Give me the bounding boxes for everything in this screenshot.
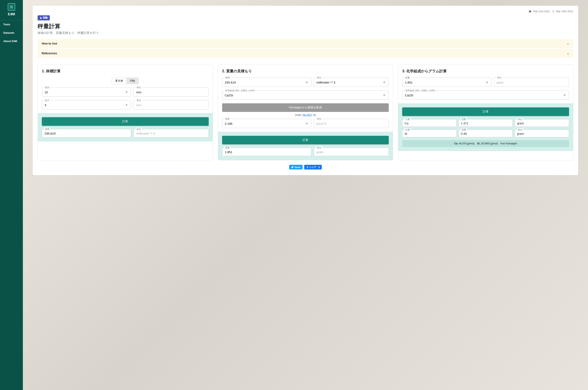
- sidebar-item-about[interactable]: About E4M: [0, 37, 23, 45]
- twitter-icon: [291, 166, 294, 168]
- info-ca-val: 40.078 [g/mol]: [458, 142, 474, 145]
- mpid-link[interactable]: mp-2517: [302, 113, 312, 116]
- composition-field[interactable]: 化学組成 (at%, 元素比, mol%) ×: [222, 91, 389, 100]
- field-label: 単位: [316, 117, 322, 120]
- mass-unit-output[interactable]: [317, 150, 386, 154]
- composition-field[interactable]: 化学組成 (at%, 元素比, mol%) ×: [402, 91, 569, 100]
- panel-title: 2. 質量の見積もり: [222, 69, 389, 74]
- mass-input[interactable]: [405, 81, 485, 84]
- seg-cuboid[interactable]: 直方体: [112, 78, 126, 84]
- panel1-result: 計算 体積 単位: [38, 113, 213, 142]
- flask-icon: [40, 17, 42, 19]
- volume-unit-field[interactable]: 単位 ×: [314, 78, 389, 87]
- sidebar-nav: Tools Datasets About E4M: [0, 20, 23, 45]
- sidebar-logo[interactable]: E4M: [0, 2, 23, 18]
- clear-icon[interactable]: ×: [562, 93, 566, 98]
- height-unit-input[interactable]: [136, 103, 206, 107]
- volume-unit-input[interactable]: [317, 81, 382, 84]
- volume-unit-output[interactable]: [136, 132, 206, 135]
- result-row: 元素 Ca 質量 1.371 単位 gram: [402, 119, 569, 127]
- density-field[interactable]: 密度 ×: [222, 119, 311, 128]
- refresh-icon: [552, 10, 554, 13]
- density-unit-input[interactable]: [317, 122, 386, 125]
- mass-field[interactable]: 質量: [222, 148, 311, 156]
- field-label: 質量: [461, 118, 467, 121]
- calc-button[interactable]: 計算: [402, 107, 569, 116]
- accordion-how-to-use[interactable]: How to Use ⌄: [38, 39, 573, 48]
- mass-unit-field[interactable]: 単位: [314, 148, 389, 156]
- field-label: 化学組成 (at%, 元素比, mol%): [224, 89, 256, 92]
- tweet-button[interactable]: Tweet: [289, 165, 303, 169]
- calc-button[interactable]: 計算: [42, 117, 209, 126]
- share-label: シェア: [310, 166, 316, 169]
- field-label: 単位: [316, 146, 322, 149]
- field-label: 化学組成 (at%, 元素比, mol%): [405, 89, 436, 92]
- volume-output[interactable]: [45, 132, 129, 135]
- clear-icon[interactable]: ×: [305, 80, 309, 85]
- composition-input[interactable]: [225, 94, 382, 97]
- clear-icon[interactable]: ×: [125, 90, 129, 94]
- field-label: 単位: [316, 76, 322, 79]
- element-value: Ca: [405, 121, 454, 125]
- volume-unit-field[interactable]: 単位: [134, 129, 208, 137]
- mass-field[interactable]: 質量 ×: [402, 78, 492, 87]
- accordion-references[interactable]: References ⌄: [38, 49, 573, 58]
- volume-field[interactable]: 体積: [42, 129, 131, 137]
- calc-button[interactable]: 計算: [222, 136, 389, 144]
- clear-icon[interactable]: ×: [382, 93, 386, 98]
- share-count: 0: [318, 166, 320, 168]
- diameter-input[interactable]: [45, 91, 125, 94]
- info-si-label: Si:: [477, 142, 480, 145]
- clear-icon[interactable]: ×: [485, 80, 489, 85]
- density-input[interactable]: [225, 122, 305, 125]
- clear-icon[interactable]: ×: [305, 121, 309, 126]
- field-label: 質量: [224, 146, 230, 149]
- logo-mark-icon: [9, 5, 13, 9]
- element-value: Si: [405, 132, 454, 135]
- sidebar-item-datasets[interactable]: Datasets: [0, 29, 23, 37]
- composition-input[interactable]: [405, 94, 562, 97]
- unit-field: 単位 gram: [515, 130, 569, 137]
- clock-icon: [529, 10, 532, 13]
- panel3-result: 計算 元素 Ca 質量 1.371 単: [398, 103, 573, 151]
- brand-text: E4M: [0, 12, 23, 16]
- pymatgen-button[interactable]: Pymatgenから密度を取得: [222, 103, 389, 112]
- clear-icon[interactable]: ×: [382, 80, 386, 85]
- seg-cylinder[interactable]: 円柱: [126, 78, 138, 84]
- mass-output[interactable]: [225, 150, 309, 154]
- diameter-unit-field[interactable]: 単位: [134, 87, 208, 97]
- volume-field[interactable]: 体積 ×: [222, 78, 311, 87]
- content-card: Feb 21st 2021 Mar 15th 2021 実験 秤量計算 体積の計…: [33, 6, 578, 175]
- field-label: 高さ: [44, 99, 50, 102]
- fb-share-button[interactable]: シェア 0: [304, 165, 322, 169]
- field-label: 単位: [496, 76, 502, 79]
- field-label: 元素: [405, 118, 410, 121]
- mass-unit-input[interactable]: [497, 81, 567, 84]
- panels-grid: 1. 体積計算 直方体 円柱 直径 × 単位: [38, 64, 573, 160]
- info-ca-label: Ca:: [454, 142, 458, 145]
- volume-input[interactable]: [225, 81, 305, 84]
- panel-mass: 2. 質量の見積もり 体積 × 単位 ×: [218, 64, 393, 160]
- panel-volume: 1. 体積計算 直方体 円柱 直径 × 単位: [38, 64, 213, 160]
- diameter-unit-input[interactable]: [136, 91, 206, 94]
- unit-value: gram: [517, 132, 567, 135]
- density-unit-field[interactable]: 単位: [314, 119, 389, 128]
- diameter-field[interactable]: 直径 ×: [42, 87, 131, 97]
- mpid-suffix: ): [315, 113, 316, 116]
- element-field: 元素 Ca: [402, 119, 456, 127]
- sidebar-item-tools[interactable]: Tools: [0, 20, 23, 29]
- page-subtitle: 体積の計算、質量見積もり、秤量計算を行う: [38, 31, 573, 35]
- field-label: 密度: [224, 117, 230, 120]
- main: Feb 21st 2021 Mar 15th 2021 実験 秤量計算 体積の計…: [23, 0, 588, 390]
- mass-unit-field[interactable]: 単位: [494, 78, 569, 87]
- clear-icon[interactable]: ×: [125, 103, 129, 107]
- field-label: 単位: [517, 128, 523, 131]
- field-label: 単位: [136, 99, 142, 102]
- chevron-down-icon: ⌄: [567, 42, 569, 45]
- mass-value: 0.48: [461, 132, 511, 135]
- height-unit-field[interactable]: 単位: [134, 100, 208, 109]
- field-label: 体積: [44, 128, 50, 131]
- height-field[interactable]: 高さ ×: [42, 100, 131, 109]
- updated-date: Mar 15th 2021: [556, 10, 573, 13]
- height-input[interactable]: [45, 103, 125, 107]
